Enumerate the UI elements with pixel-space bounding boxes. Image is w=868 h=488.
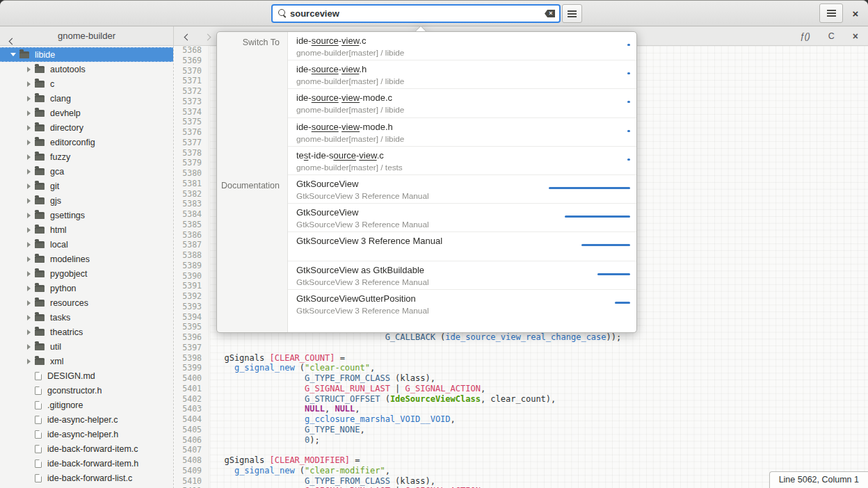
- tree-item-util[interactable]: util: [0, 339, 173, 354]
- result-subtitle: GtkSourceView 3 Reference Manual: [296, 306, 628, 316]
- tree-item-pygobject[interactable]: pygobject: [0, 266, 173, 281]
- triangle-icon: [27, 359, 31, 364]
- window-close-button[interactable]: ×: [844, 3, 867, 23]
- expander-right-icon[interactable]: [25, 227, 32, 233]
- search-result[interactable]: GtkSourceViewGtkSourceView 3 Reference M…: [288, 175, 636, 204]
- line-number: 5389: [182, 261, 202, 271]
- tree-item-gsettings[interactable]: gsettings: [0, 208, 173, 222]
- window-menu-button[interactable]: [819, 3, 843, 23]
- expander-right-icon[interactable]: [25, 213, 32, 218]
- expander-right-icon[interactable]: [25, 271, 32, 277]
- code-line-5399: g_signal_new ("clear-count",: [210, 363, 375, 373]
- result-subtitle: GtkSourceView 3 Reference Manual: [296, 277, 628, 287]
- tree-item-ide-back-forward-item-h[interactable]: ide-back-forward-item.h: [0, 456, 173, 471]
- line-number: 5407: [182, 445, 202, 455]
- expander-right-icon[interactable]: [25, 154, 32, 160]
- folder-icon: [35, 197, 45, 204]
- expander-right-icon[interactable]: [25, 111, 32, 116]
- code-line-5400: G_TYPE_FROM_CLASS (klass),: [210, 373, 435, 384]
- tree-item-python[interactable]: python: [0, 281, 173, 295]
- expander-right-icon[interactable]: [25, 359, 32, 364]
- expander-right-icon[interactable]: [25, 169, 32, 174]
- line-number: 5395: [182, 322, 202, 332]
- search-options-button[interactable]: [562, 4, 582, 23]
- tree-item-git[interactable]: git: [0, 179, 173, 193]
- expander-right-icon[interactable]: [25, 125, 32, 131]
- expander-right-icon[interactable]: [25, 257, 32, 262]
- tree-item-html[interactable]: html: [0, 222, 173, 237]
- language-indicator[interactable]: C: [828, 31, 835, 41]
- search-result[interactable]: ide-source-view.hgnome-builder[master] /…: [288, 60, 636, 89]
- tree-item-tasks[interactable]: tasks: [0, 310, 173, 325]
- search-input[interactable]: [287, 8, 545, 19]
- expander-down-icon[interactable]: [10, 53, 17, 56]
- expander-right-icon[interactable]: [25, 330, 32, 335]
- code-line-5401: G_SIGNAL_RUN_LAST | G_SIGNAL_ACTION,: [210, 384, 485, 394]
- expander-right-icon[interactable]: [25, 242, 32, 247]
- search-result[interactable]: test-ide-source-view.cgnome-builder[mast…: [288, 147, 636, 175]
- tree-item-label: .gitignore: [47, 400, 83, 410]
- editor-close-icon[interactable]: ×: [853, 31, 858, 42]
- search-result[interactable]: GtkSourceView as GtkBuildableGtkSourceVi…: [288, 261, 636, 290]
- triangle-icon: [27, 198, 31, 204]
- clear-search-icon[interactable]: ×: [545, 10, 555, 17]
- tree-item-autotools[interactable]: autotools: [0, 62, 173, 76]
- tree-item-resources[interactable]: resources: [0, 295, 173, 310]
- tree-item-devhelp[interactable]: devhelp: [0, 106, 173, 120]
- tree-item-c[interactable]: c: [0, 76, 173, 91]
- tree-item-libide[interactable]: libide: [0, 47, 173, 62]
- search-result[interactable]: GtkSourceViewGtkSourceView 3 Reference M…: [288, 204, 636, 232]
- tree-item-modelines[interactable]: modelines: [0, 252, 173, 266]
- tree-item-ide-async-helper-h[interactable]: ide-async-helper.h: [0, 427, 173, 441]
- expander-right-icon[interactable]: [25, 81, 32, 87]
- tree-item--gitignore[interactable]: .gitignore: [0, 398, 173, 412]
- expander-right-icon[interactable]: [25, 300, 32, 306]
- tree-item-design-md[interactable]: DESIGN.md: [0, 368, 173, 383]
- nav-back-button[interactable]: [182, 27, 193, 45]
- tree-item-ide-back-forward-item-c[interactable]: ide-back-forward-item.c: [0, 441, 173, 456]
- search-result[interactable]: GtkSourceView 3 Reference Manual: [288, 232, 636, 261]
- line-number: 5391: [182, 281, 202, 291]
- triangle-icon: [27, 81, 31, 87]
- symbols-icon[interactable]: ƒ(): [800, 31, 810, 41]
- search-result[interactable]: GtkSourceViewGutterPositionGtkSourceView…: [288, 290, 636, 318]
- tree-item-xml[interactable]: xml: [0, 354, 173, 368]
- search-entry[interactable]: ×: [271, 4, 561, 23]
- tree-item-gca[interactable]: gca: [0, 164, 173, 179]
- folder-icon: [35, 270, 45, 277]
- tree-item-directory[interactable]: directory: [0, 120, 173, 135]
- nav-forward-button[interactable]: [202, 27, 213, 45]
- expander-right-icon[interactable]: [25, 344, 32, 350]
- search-result[interactable]: ide-source-view-mode.hgnome-builder[mast…: [288, 118, 636, 147]
- result-score-bar: [627, 72, 630, 74]
- tree-item-clang[interactable]: clang: [0, 91, 173, 106]
- tree-item-label: ide-async-helper.h: [47, 430, 118, 439]
- expander-right-icon[interactable]: [25, 184, 32, 189]
- expander-right-icon[interactable]: [25, 67, 32, 72]
- expander-right-icon[interactable]: [25, 198, 32, 204]
- tree-item-label: DESIGN.md: [47, 371, 95, 381]
- tree-item-gjs[interactable]: gjs: [0, 193, 173, 208]
- tree-item-label: editorconfig: [50, 138, 95, 147]
- expander-right-icon[interactable]: [25, 286, 32, 291]
- result-title: test-ide-source-view.c: [296, 150, 628, 161]
- tree-item-ide-back-forward-list-c[interactable]: ide-back-forward-list.c: [0, 471, 173, 485]
- search-result[interactable]: ide-source-view-mode.cgnome-builder[mast…: [288, 89, 636, 117]
- folder-icon: [35, 285, 45, 292]
- tree-item-theatrics[interactable]: theatrics: [0, 325, 173, 339]
- tree-item-local[interactable]: local: [0, 237, 173, 252]
- expander-right-icon[interactable]: [25, 96, 32, 101]
- expander-right-icon[interactable]: [25, 315, 32, 320]
- tree-item-fuzzy[interactable]: fuzzy: [0, 149, 173, 164]
- tree-item-ide-async-helper-c[interactable]: ide-async-helper.c: [0, 412, 173, 427]
- expander-right-icon[interactable]: [25, 140, 32, 145]
- triangle-icon: [27, 67, 31, 72]
- tree-item-label: c: [50, 79, 54, 89]
- line-number: 5393: [182, 302, 202, 312]
- search-result[interactable]: ide-source-view.cgnome-builder[master] /…: [288, 32, 636, 60]
- line-number: 5400: [182, 373, 202, 384]
- tree-item-editorconfig[interactable]: editorconfig: [0, 135, 173, 149]
- line-number: 5403: [182, 404, 202, 414]
- triangle-icon: [27, 169, 31, 174]
- tree-item-gconstructor-h[interactable]: gconstructor.h: [0, 383, 173, 398]
